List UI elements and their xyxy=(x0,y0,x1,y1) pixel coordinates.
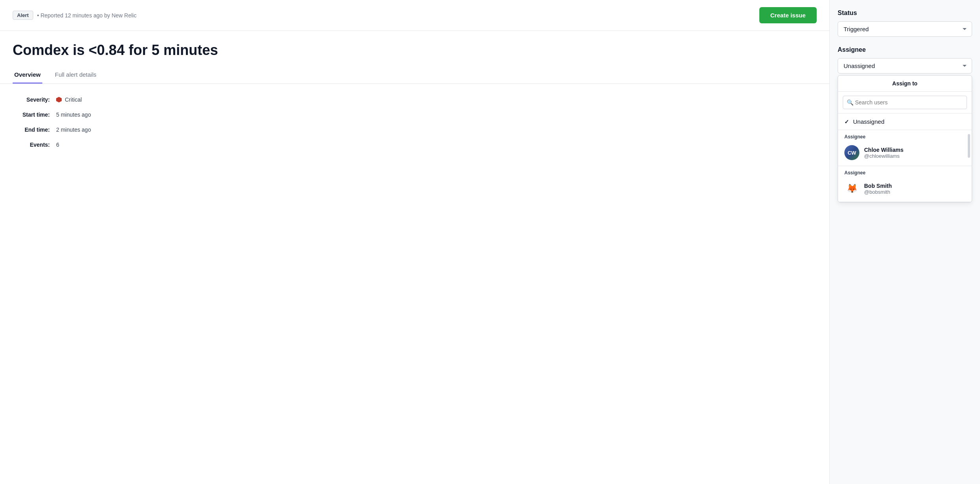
search-container: 🔍 xyxy=(838,92,972,113)
severity-icon xyxy=(56,97,62,102)
assignee-select-wrapper: Unassigned xyxy=(838,58,972,74)
sidebar: Status Triggered Acknowledged Resolved A… xyxy=(830,0,980,484)
severity-row: Severity: Critical xyxy=(13,96,817,103)
bob-handle: @bobsmith xyxy=(864,189,892,195)
search-icon: 🔍 xyxy=(847,99,853,106)
events-value: 6 xyxy=(56,142,59,148)
header-bar: Alert • Reported 12 minutes ago by New R… xyxy=(0,0,829,31)
avatar-chloe: CW xyxy=(844,145,859,160)
unassigned-label: Unassigned xyxy=(853,118,884,125)
tab-overview[interactable]: Overview xyxy=(13,66,42,83)
group-label-1: Assignee xyxy=(838,166,972,177)
alert-details: Severity: Critical Start time: 5 minutes… xyxy=(0,84,829,169)
reported-text: • Reported 12 minutes ago by New Relic xyxy=(37,12,137,19)
user-bob-smith[interactable]: 🦊 Bob Smith @bobsmith xyxy=(838,177,972,202)
assignee-section-title: Assignee xyxy=(838,46,972,53)
assign-dropdown-panel: Assign to 🔍 ✓ Unassigned Assignee xyxy=(838,75,972,202)
status-section-title: Status xyxy=(838,9,972,17)
bob-name: Bob Smith xyxy=(864,183,892,189)
search-input[interactable] xyxy=(843,96,967,109)
end-time-label: End time: xyxy=(13,127,56,133)
assignee-select[interactable]: Unassigned xyxy=(838,58,972,74)
unassigned-option[interactable]: ✓ Unassigned xyxy=(838,113,972,130)
assignee-group-0: Assignee CW Chloe Williams @chloewilliam… xyxy=(838,130,972,166)
scrollbar[interactable] xyxy=(968,134,970,158)
events-label: Events: xyxy=(13,142,56,148)
start-time-label: Start time: xyxy=(13,112,56,118)
chloe-handle: @chloewilliams xyxy=(864,153,903,159)
assignee-group-1: Assignee 🦊 Bob Smith @bobsmith xyxy=(838,166,972,202)
user-list: Assignee CW Chloe Williams @chloewilliam… xyxy=(838,130,972,202)
start-time-value: 5 minutes ago xyxy=(56,112,91,118)
assignee-section: Assignee Unassigned Assign to 🔍 ✓ Unassi… xyxy=(838,46,972,202)
alert-title: Comdex is <0.84 for 5 minutes xyxy=(0,31,829,59)
severity-label: Severity: xyxy=(13,96,56,103)
checkmark-icon: ✓ xyxy=(844,119,849,125)
dropdown-title: Assign to xyxy=(838,76,972,92)
user-chloe-williams[interactable]: CW Chloe Williams @chloewilliams xyxy=(838,141,972,166)
severity-value: Critical xyxy=(56,96,82,103)
events-row: Events: 6 xyxy=(13,142,817,148)
chloe-name: Chloe Williams xyxy=(864,147,903,153)
status-select[interactable]: Triggered Acknowledged Resolved xyxy=(838,21,972,37)
chloe-info: Chloe Williams @chloewilliams xyxy=(864,147,903,159)
avatar-bob: 🦊 xyxy=(844,181,859,196)
group-label-0: Assignee xyxy=(838,130,972,141)
end-time-value: 2 minutes ago xyxy=(56,127,91,133)
fox-icon: 🦊 xyxy=(847,183,857,194)
tab-full-alert-details[interactable]: Full alert details xyxy=(53,66,98,83)
create-issue-button[interactable]: Create issue xyxy=(759,7,817,23)
start-time-row: Start time: 5 minutes ago xyxy=(13,112,817,118)
alert-badge: Alert xyxy=(13,11,33,20)
tabs-bar: Overview Full alert details xyxy=(0,66,829,84)
end-time-row: End time: 2 minutes ago xyxy=(13,127,817,133)
bob-info: Bob Smith @bobsmith xyxy=(864,183,892,195)
header-left: Alert • Reported 12 minutes ago by New R… xyxy=(13,11,136,20)
